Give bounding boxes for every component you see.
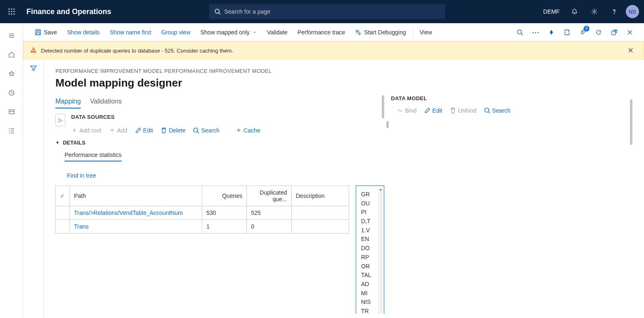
view-button[interactable]: View <box>415 23 437 41</box>
svg-line-31 <box>521 34 523 35</box>
find-in-tree-link[interactable]: Find in tree <box>67 172 96 179</box>
col-description[interactable]: Description <box>292 186 349 206</box>
global-search[interactable]: Search for a page <box>209 4 445 19</box>
tab-validations[interactable]: Validations <box>90 95 122 108</box>
show-mapped-only-dropdown[interactable]: Show mapped only <box>196 23 262 41</box>
svg-point-11 <box>594 11 595 12</box>
data-sources-title: DATA SOURCES <box>71 114 384 120</box>
tab-mapping[interactable]: Mapping <box>55 95 81 108</box>
svg-rect-17 <box>9 110 14 114</box>
show-details-button[interactable]: Show details <box>62 23 105 41</box>
toolbar-separator <box>413 27 413 37</box>
waffle-icon[interactable] <box>0 8 23 15</box>
top-header: Finance and Operations Search for a page… <box>0 0 644 23</box>
save-label: Save <box>44 29 57 36</box>
data-model-title: DATA MODEL <box>391 95 632 101</box>
help-icon[interactable] <box>606 3 622 20</box>
cell-dup: 525 <box>247 206 292 220</box>
search-toolbar-icon[interactable] <box>512 25 527 40</box>
attach-badge: 0 <box>584 26 589 31</box>
performance-statistics-tab[interactable]: Performance statistics <box>65 152 122 161</box>
caret-down-icon: ▼ <box>55 140 60 145</box>
performance-table: ✓ Path Queries Duplicated que... Descrip… <box>55 186 349 234</box>
dm-search-button[interactable]: Search <box>484 107 510 114</box>
edit-button[interactable]: Edit <box>135 127 153 134</box>
path-link[interactable]: Trans <box>74 223 89 230</box>
add-root-button: ＋Add root <box>71 126 101 135</box>
cell-desc <box>292 206 349 220</box>
filter-icon[interactable] <box>30 65 37 318</box>
clock-icon[interactable] <box>2 84 21 101</box>
details-toggle[interactable]: ▼ DETAILS <box>55 140 384 146</box>
table-row[interactable]: Trans/>Relations/VendTable_AccountNum 53… <box>56 206 349 220</box>
modules-icon[interactable] <box>2 123 21 139</box>
svg-rect-27 <box>36 33 40 35</box>
cell-queries: 530 <box>202 206 247 220</box>
scrollbar[interactable] <box>382 95 384 118</box>
page-title: Model mapping designer <box>55 77 632 89</box>
scrollbar-track[interactable] <box>378 188 383 314</box>
table-row[interactable]: Trans 1 0 <box>56 220 349 234</box>
save-button[interactable]: Save <box>30 23 62 41</box>
legal-entity[interactable]: DEMF <box>543 8 560 15</box>
close-icon[interactable] <box>622 25 637 40</box>
svg-point-6 <box>9 14 10 15</box>
scroll-up-icon[interactable]: ▲ <box>378 188 383 192</box>
book-icon[interactable] <box>560 25 575 40</box>
star-icon[interactable] <box>2 65 21 82</box>
refresh-icon[interactable] <box>591 25 606 40</box>
delete-button[interactable]: Delete <box>160 127 185 134</box>
show-name-first-button[interactable]: Show name first <box>105 23 156 41</box>
col-queries[interactable]: Queries <box>202 186 247 206</box>
svg-point-29 <box>359 33 360 34</box>
breadcrumb: PERFORMANCE IMPROVEMENT MODEL PERFORMANC… <box>55 68 632 74</box>
cell-desc <box>292 220 349 234</box>
col-path[interactable]: Path <box>70 186 202 206</box>
gear-icon[interactable] <box>586 3 603 20</box>
details-title: DETAILS <box>63 140 86 146</box>
start-debugging-label: Start Debugging <box>364 29 406 36</box>
warning-text: Detected number of duplicate queries to … <box>41 48 233 54</box>
svg-line-40 <box>488 112 490 113</box>
popout-icon[interactable] <box>607 25 622 40</box>
scrollbar[interactable] <box>630 99 632 145</box>
validate-button[interactable]: Validate <box>262 23 293 41</box>
select-all-header[interactable]: ✓ <box>56 186 70 206</box>
filter-rail <box>23 60 44 318</box>
pane-splitter[interactable]: ‖ <box>384 95 391 314</box>
dm-edit-button[interactable]: Edit <box>424 107 442 114</box>
vertical-splitter[interactable]: ‖ <box>349 186 356 314</box>
path-link[interactable]: Trans/>Relations/VendTable_AccountNum <box>74 210 183 216</box>
left-pane: Mapping Validations ▷ DATA SOURCES ＋Add … <box>55 95 384 314</box>
svg-point-39 <box>485 108 489 112</box>
svg-point-12 <box>614 13 614 14</box>
workspace-icon[interactable] <box>2 104 21 120</box>
more-icon[interactable]: ⋯ <box>528 25 543 40</box>
svg-point-1 <box>11 9 12 10</box>
diamond-icon[interactable] <box>544 25 559 40</box>
svg-point-3 <box>9 11 10 12</box>
cell-dup: 0 <box>247 220 292 234</box>
search-placeholder: Search for a page <box>224 8 270 15</box>
performance-trace-button[interactable]: Performance trace <box>292 23 350 41</box>
expand-handle-icon[interactable]: ▷ <box>55 114 65 126</box>
sql-query-box[interactable]: GROUPID,T1.VENDORPORTALADMINISTRATORRECI… <box>356 186 384 314</box>
hamburger-icon[interactable] <box>2 27 21 44</box>
user-avatar[interactable]: NS <box>626 5 639 18</box>
svg-point-28 <box>356 30 358 32</box>
attach-icon[interactable]: 0 <box>575 25 590 40</box>
group-view-button[interactable]: Group view <box>156 23 196 41</box>
svg-point-5 <box>14 11 15 12</box>
bell-icon[interactable] <box>566 3 583 20</box>
svg-point-4 <box>11 11 12 12</box>
ds-search-button[interactable]: Search <box>193 127 219 134</box>
svg-point-9 <box>215 9 219 13</box>
svg-point-37 <box>194 128 198 132</box>
warning-close-icon[interactable]: ✕ <box>624 46 637 55</box>
cache-button[interactable]: ＋Cache <box>235 126 260 135</box>
svg-line-38 <box>197 132 199 133</box>
col-duplicated[interactable]: Duplicated que... <box>247 186 292 206</box>
home-icon[interactable] <box>2 46 21 63</box>
app-title: Finance and Operations <box>26 7 111 16</box>
start-debugging-button[interactable]: Start Debugging <box>350 23 411 41</box>
